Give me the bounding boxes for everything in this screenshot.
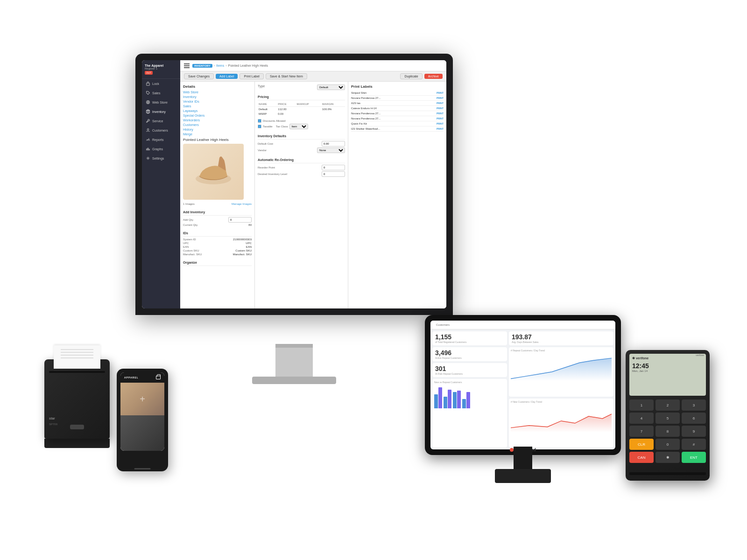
printer-paper <box>54 345 100 369</box>
tablet-screen: Customers 1,155 of Total Registered Cust… <box>430 321 615 449</box>
workorders-link[interactable]: Workorders <box>183 119 252 122</box>
phone-home-indicator[interactable] <box>134 468 151 469</box>
taxable-checkbox[interactable] <box>258 125 261 128</box>
system-id-row: System ID 210000000303 <box>183 238 252 241</box>
save-start-button[interactable]: Save & Start New Item <box>266 73 307 79</box>
nav-lock[interactable]: Lock <box>142 79 180 88</box>
menu-line-2 <box>184 65 190 66</box>
print-button[interactable]: PRINT <box>437 112 444 115</box>
add-qty-input[interactable] <box>228 217 252 223</box>
svg-point-2 <box>147 129 148 130</box>
special-orders-link[interactable]: Special Orders <box>183 114 252 117</box>
breadcrumb: INVENTORY › Items › Pointed Leather High… <box>192 64 268 68</box>
reorder-point-input[interactable] <box>322 165 345 170</box>
nav-graphs[interactable]: Graphs <box>142 144 180 154</box>
add-inventory-title: Add Inventory <box>183 209 252 216</box>
printer-button[interactable] <box>70 425 84 429</box>
key-9[interactable]: 9 <box>682 426 706 437</box>
save-changes-button[interactable]: Save Changes <box>184 73 214 79</box>
manage-images-link[interactable]: Manage Images <box>232 203 252 205</box>
upc-value: UPC <box>246 242 252 245</box>
nav-service[interactable]: Service <box>142 116 180 126</box>
discounts-checkbox[interactable] <box>258 119 261 123</box>
desired-level-row: Desired Inventory Level <box>258 171 345 177</box>
key-2[interactable]: 2 <box>655 399 680 411</box>
kpi-card-1: 1,155 of Total Registered Customers <box>432 331 507 345</box>
monitor-frame: The Apparel Register 1 OUT Lock <box>135 54 453 315</box>
taxable-label: Taxable <box>263 125 273 128</box>
nav-reports[interactable]: Reports <box>142 135 180 144</box>
line-chart-svg-2 <box>511 405 612 433</box>
label-name: A23 las <box>351 102 360 105</box>
history-link[interactable]: History <box>183 128 252 131</box>
archive-button[interactable]: Archive <box>424 74 443 79</box>
sidebar-header: The Apparel Register 1 OUT <box>142 60 180 79</box>
nav-webstore[interactable]: Web Store <box>142 98 180 107</box>
vendor-select[interactable]: None <box>317 147 345 153</box>
terminal-keypad: 1 2 3 4 5 6 7 8 9 CLR 0 # CAN ✱ ENT <box>629 399 706 463</box>
default-cost-input[interactable] <box>322 141 345 147</box>
key-enter[interactable]: ENT <box>682 452 706 463</box>
nav-inventory[interactable]: Inventory <box>142 107 180 116</box>
bar-chart <box>434 385 505 408</box>
add-label-button[interactable]: Add Label <box>216 74 238 79</box>
key-5[interactable]: 5 <box>655 413 680 424</box>
key-cancel[interactable]: CAN <box>629 452 654 463</box>
key-hash[interactable]: # <box>682 439 706 450</box>
kpi-4-label: At Risk Repeat Customers <box>435 372 504 375</box>
manufact-sku-label: Manufact. SKU <box>183 253 202 256</box>
key-clear[interactable]: CLR <box>629 439 654 450</box>
key-1[interactable]: 1 <box>629 399 654 411</box>
nav-customers[interactable]: Customers <box>142 126 180 135</box>
key-4[interactable]: 4 <box>629 413 654 424</box>
key-7[interactable]: 7 <box>629 426 654 437</box>
merge-link[interactable]: Merge <box>183 133 252 136</box>
vendor-ids-link[interactable]: Vendor IDs <box>183 100 252 103</box>
phone-screen: APPAREL <box>120 372 164 451</box>
webstore-link[interactable]: Web Store <box>183 91 252 94</box>
box-icon <box>146 109 150 114</box>
key-8[interactable]: 8 <box>655 426 680 437</box>
print-button[interactable]: PRINT <box>437 91 444 94</box>
print-button[interactable]: PRINT <box>437 97 444 99</box>
customers-detail-link[interactable]: Customers <box>183 123 252 126</box>
duplicate-button[interactable]: Duplicate <box>400 73 422 79</box>
type-select[interactable]: Default <box>317 84 345 90</box>
card-slot <box>629 472 706 475</box>
key-3[interactable]: 3 <box>682 399 706 411</box>
phone-product-image-1[interactable] <box>120 383 164 415</box>
person-icon <box>146 128 150 133</box>
breadcrumb-items[interactable]: Items <box>216 64 224 67</box>
inventory-link[interactable]: Inventory <box>183 95 252 98</box>
key-asterisk[interactable]: ✱ <box>655 452 680 463</box>
key-6[interactable]: 6 <box>682 413 706 424</box>
label-name: Novara Ponderosa 27... <box>351 112 381 115</box>
current-qty-label: Current Qty. <box>183 224 198 226</box>
col-margin: MARGIN <box>321 102 345 107</box>
key-0[interactable]: 0 <box>655 439 680 450</box>
discounts-label: Discounts Allowed <box>263 119 286 122</box>
manufact-sku-value: Manufact. SKU <box>233 253 252 256</box>
nav-sales[interactable]: Sales <box>142 88 180 98</box>
sales-link[interactable]: Sales <box>183 105 252 108</box>
custom-sku-row: Custom SKU Custom SKU <box>183 249 252 252</box>
desired-level-input[interactable] <box>322 171 345 177</box>
layaways-link[interactable]: Layaways <box>183 109 252 112</box>
hamburger-menu[interactable] <box>184 63 190 68</box>
print-label-button[interactable]: Print Label <box>240 73 263 79</box>
phone-body: APPAREL <box>117 369 168 471</box>
default-cost-label: Default Cost <box>258 142 273 145</box>
list-item: Novara Ponderosa 27... PRINT <box>351 111 444 116</box>
nav-lock-label: Lock <box>152 82 159 85</box>
print-button[interactable]: PRINT <box>437 102 444 105</box>
print-button[interactable]: PRINT <box>437 117 444 120</box>
print-button[interactable]: PRINT <box>437 107 444 110</box>
nav-settings[interactable]: Settings <box>142 154 180 163</box>
print-button[interactable]: PRINT <box>437 127 444 130</box>
analytics-nav-customers[interactable]: Customers <box>434 322 451 327</box>
phone-product-image-2[interactable] <box>120 415 164 451</box>
print-button[interactable]: PRINT <box>437 122 444 125</box>
analytics-left-col: 1,155 of Total Registered Customers 3,49… <box>432 331 507 448</box>
tax-class-select[interactable]: Item <box>289 124 308 129</box>
menu-line-3 <box>184 67 190 68</box>
